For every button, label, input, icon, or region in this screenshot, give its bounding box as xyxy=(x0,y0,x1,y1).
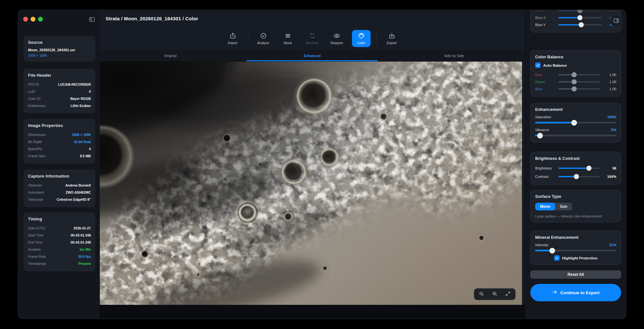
checkbox-checked-icon[interactable] xyxy=(535,63,541,68)
saturation-slider[interactable] xyxy=(535,122,616,123)
derotate-button[interactable]: Derotate xyxy=(303,30,322,47)
file-header-panel: File Header FPS IDLUCAM-RECORDER LuID0 C… xyxy=(24,69,95,113)
green-channel-slider[interactable] xyxy=(558,81,600,82)
tab-original[interactable]: Original xyxy=(99,50,241,61)
blue-y-slider[interactable] xyxy=(558,24,601,25)
import-icon xyxy=(229,32,236,39)
export-button[interactable]: Export xyxy=(383,30,401,47)
brightness-slider[interactable] xyxy=(558,168,600,169)
tab-side-by-side[interactable]: Side by Side xyxy=(383,50,525,61)
row-value: 2026-01-27 xyxy=(73,226,91,230)
viewer-zoom-controls xyxy=(474,288,516,300)
red-channel-slider[interactable] xyxy=(558,74,600,75)
table-row: TelescopeCelestron EdgeHD 8" xyxy=(28,196,91,203)
blue-x-label: Blue X xyxy=(535,16,555,20)
brightness-row: Brightness 58 xyxy=(535,164,616,172)
row-label: Duration xyxy=(28,247,41,251)
row-label: Date (UTC) xyxy=(28,226,45,230)
zoom-window-button[interactable] xyxy=(38,17,43,22)
panel-right-icon xyxy=(613,17,620,24)
image-properties-panel: Image Properties Dimensions1936 × 1096 B… xyxy=(24,119,95,164)
checkbox-checked-icon[interactable] xyxy=(554,255,560,261)
row-label: Timestamps xyxy=(28,262,46,266)
row-label: Observer xyxy=(28,183,42,187)
zoom-out-icon[interactable] xyxy=(479,291,484,298)
table-row: Frame Size8.5 MB xyxy=(28,152,91,160)
intensity-value: 21% xyxy=(609,243,616,247)
desktop: Source Moon_20260126_184301.ser 1936 × 1… xyxy=(0,0,644,329)
green-channel-label: Green xyxy=(535,80,555,84)
table-row: Frame Rate30.0 fps xyxy=(28,253,91,260)
minimize-window-button[interactable] xyxy=(31,17,35,22)
row-value: Little Endian xyxy=(71,104,91,108)
brightness-value: 58 xyxy=(603,166,616,170)
surface-moon-option[interactable]: Moon xyxy=(535,203,555,210)
table-row: TimestampsPresent xyxy=(28,260,91,267)
table-row: Bit Depth32-bit float xyxy=(28,138,91,145)
surface-sun-option[interactable]: Sun xyxy=(555,203,572,210)
source-title: Source xyxy=(28,40,91,45)
import-label: Import xyxy=(228,41,238,45)
row-label: Endianness xyxy=(28,104,46,108)
auto-balance-label: Auto Balance xyxy=(543,63,567,67)
surface-type-segmented-control: Moon Sun xyxy=(535,203,572,210)
sharpen-button[interactable]: Sharpen xyxy=(327,30,346,47)
stack-button[interactable]: Stack xyxy=(279,30,297,47)
contrast-value: 164% xyxy=(603,175,616,179)
analyze-label: Analyze xyxy=(257,41,269,45)
sharpen-eye-icon xyxy=(333,32,340,39)
import-button[interactable]: Import xyxy=(223,30,242,47)
table-row: Start Time00:43:01.348 xyxy=(28,232,91,239)
row-value: 0 xyxy=(89,90,91,93)
highlight-protection-row[interactable]: Highlight Protection xyxy=(535,255,616,261)
row-value: 32-bit float xyxy=(74,140,91,144)
intensity-slider[interactable] xyxy=(535,250,616,251)
continue-to-export-button[interactable]: Continue to Export xyxy=(530,284,621,301)
table-row: Dimensions1936 × 1096 xyxy=(28,131,91,138)
analyze-button[interactable]: Analyze xyxy=(254,30,273,47)
toolbar-divider xyxy=(376,32,377,45)
auto-balance-checkbox-row[interactable]: Auto Balance xyxy=(535,63,616,68)
traffic-lights xyxy=(23,17,43,22)
row-value: 00:43:01.348 xyxy=(71,240,91,244)
contrast-slider[interactable] xyxy=(558,176,600,177)
close-window-button[interactable] xyxy=(23,17,28,22)
source-filename: Moon_20260126_184301.ser xyxy=(28,48,91,52)
image-viewer[interactable] xyxy=(100,62,522,305)
derotate-label: Derotate xyxy=(306,41,318,45)
window-title: Strata / Moon_20260126_184301 / Color xyxy=(106,16,198,21)
viewer-bottom-strip xyxy=(99,305,525,319)
channel-row: Green 1.00 xyxy=(535,78,616,85)
red-y-slider[interactable] xyxy=(558,10,601,11)
export-label: Export xyxy=(387,41,396,45)
zoom-in-icon[interactable] xyxy=(492,291,497,298)
row-label: Telescope xyxy=(28,198,43,201)
reset-all-label: Reset All xyxy=(568,272,584,277)
contrast-row: Contrast 164% xyxy=(535,172,616,181)
derotate-icon xyxy=(309,32,316,39)
row-label: Bit Depth xyxy=(28,140,42,144)
channel-row: Red 1.00 xyxy=(535,71,616,78)
stack-label: Stack xyxy=(283,41,292,45)
fit-to-screen-icon[interactable] xyxy=(505,291,511,298)
contrast-label: Contrast xyxy=(535,175,555,179)
tab-enhanced[interactable]: Enhanced xyxy=(241,50,383,61)
row-value: Bayer RGGB xyxy=(70,97,91,101)
left-sidebar-toggle-icon[interactable] xyxy=(88,15,96,23)
vibrance-slider[interactable] xyxy=(535,135,616,136)
red-y-label: Red Y xyxy=(535,10,555,13)
rgb-align-row: Blue X +0.0 xyxy=(535,14,616,21)
blue-x-slider[interactable] xyxy=(558,17,601,18)
capture-information-panel: Capture Information ObserverAndrew Burwe… xyxy=(24,169,95,207)
color-label: Color xyxy=(357,41,365,45)
intensity-group: Intensity21% xyxy=(535,243,616,251)
green-channel-value: 1.00 xyxy=(603,80,616,84)
surface-type-caption: Lunar surface — mineral color enhancemen… xyxy=(535,214,616,218)
reset-all-button[interactable]: Reset All xyxy=(530,270,621,279)
blue-channel-slider[interactable] xyxy=(558,88,600,90)
active-tab-underline xyxy=(246,60,378,61)
right-panel-toggle-button[interactable] xyxy=(610,14,623,27)
row-label: Bytes/Pix xyxy=(28,147,42,151)
color-button[interactable]: Color xyxy=(352,30,371,47)
vibrance-value: 5% xyxy=(611,128,616,132)
